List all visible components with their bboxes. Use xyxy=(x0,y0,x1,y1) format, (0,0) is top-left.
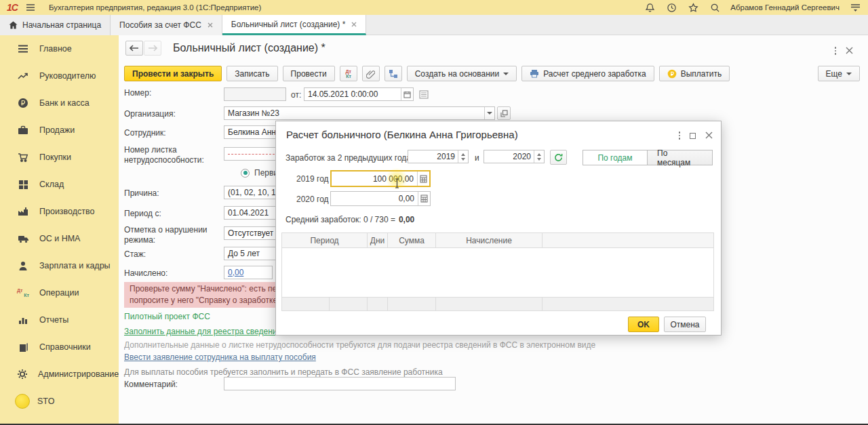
structure-button[interactable] xyxy=(384,66,402,81)
person-icon xyxy=(17,260,29,272)
form-more-icon[interactable] xyxy=(835,47,837,55)
sidebar-item-production[interactable]: Производство xyxy=(0,198,119,225)
form-close-icon[interactable] xyxy=(846,45,853,57)
tab-sick-leave[interactable]: Больничный лист (создание) * xyxy=(222,15,367,35)
sidebar-item-bank-cash[interactable]: Банк и касса xyxy=(0,89,119,117)
tab-home[interactable]: Начальная страница xyxy=(0,15,111,35)
year-2020-label: 2020 год xyxy=(296,195,329,204)
sidebar-item-sto[interactable]: STO xyxy=(0,388,119,415)
fill-registry-link[interactable]: Заполнить данные для реестра сведений, xyxy=(124,327,284,336)
sidebar-item-manager[interactable]: Руководителю xyxy=(0,62,119,89)
year2-stepper[interactable] xyxy=(534,150,544,163)
create-based-on-button[interactable]: Создать на основании xyxy=(407,66,517,81)
tab-fss-label: Пособия за счет ФСС xyxy=(119,20,201,30)
truck-icon xyxy=(17,232,29,245)
organization-input[interactable]: Магазин №23 xyxy=(224,106,495,120)
table-body-empty[interactable] xyxy=(282,248,713,297)
col-sum[interactable]: Сумма xyxy=(388,233,436,247)
calculator-icon[interactable] xyxy=(418,192,430,205)
sto-icon xyxy=(15,394,30,409)
date-input[interactable]: 14.05.2021 0:00:00 xyxy=(304,87,414,101)
text-cursor xyxy=(394,178,400,191)
ruble-circle-icon xyxy=(17,97,29,109)
earnings-2019-input[interactable]: 100 000,00 xyxy=(330,170,431,187)
sidebar-item-directories[interactable]: Справочники xyxy=(0,333,119,361)
current-user-name[interactable]: Абрамов Геннадий Сергеевич xyxy=(730,3,840,12)
document-journal-icon[interactable] xyxy=(419,89,429,102)
user-menu-icon[interactable] xyxy=(849,1,861,14)
by-years-toggle[interactable]: По годам xyxy=(583,150,648,165)
pilot-project-text: Пилотный проект ФСС xyxy=(124,312,210,321)
sidebar-item-label: Администрирование xyxy=(38,369,119,379)
ok-button[interactable]: OK xyxy=(628,317,659,332)
year2-input[interactable]: 2020 xyxy=(484,150,545,163)
sidebar-item-main[interactable]: Главное xyxy=(0,35,119,62)
sidebar-item-payroll-hr[interactable]: Зарплата и кадры xyxy=(0,252,119,279)
trend-chart-icon xyxy=(17,70,29,82)
gear-icon xyxy=(17,368,28,380)
tab-close-icon[interactable] xyxy=(351,20,357,29)
sidebar-item-fixed-assets[interactable]: ОС и НМА xyxy=(0,225,119,252)
accrued-value-link[interactable]: 0,00 xyxy=(224,266,273,279)
main-menu-icon[interactable] xyxy=(24,1,37,14)
avg-earnings-calc-button[interactable]: Расчет среднего заработка xyxy=(521,66,654,81)
history-icon[interactable] xyxy=(665,1,677,14)
refresh-button[interactable] xyxy=(550,150,567,165)
debit-credit-button[interactable]: ДтКт xyxy=(340,66,357,81)
attachments-button[interactable] xyxy=(362,66,380,81)
dialog-close-icon[interactable] xyxy=(705,129,713,142)
briefcase-icon xyxy=(17,124,29,136)
comment-input[interactable] xyxy=(224,377,456,390)
col-accrual[interactable]: Начисление xyxy=(436,233,542,247)
search-icon[interactable] xyxy=(709,1,721,14)
year1-input[interactable]: 2019 xyxy=(408,150,469,163)
open-link-icon[interactable] xyxy=(497,106,511,120)
number-input[interactable] xyxy=(224,87,286,101)
earnings-2020-input[interactable]: 0,00 xyxy=(330,191,431,206)
year1-stepper[interactable] xyxy=(458,150,468,163)
sidebar-item-administration[interactable]: Администрирование xyxy=(0,361,119,388)
sidebar-item-operations[interactable]: Дт Кт Операции xyxy=(0,279,119,306)
col-extra xyxy=(542,233,713,247)
sidebar-item-label: Операции xyxy=(39,288,79,298)
primary-radio[interactable] xyxy=(241,169,250,178)
sidebar-item-label: Производство xyxy=(39,207,95,216)
coin-icon xyxy=(667,69,677,79)
post-and-close-button[interactable]: Провести и закрыть xyxy=(124,66,222,81)
table-footer-row xyxy=(282,297,713,310)
sidebar-item-purchases[interactable]: Покупки xyxy=(0,144,119,171)
enter-statement-link[interactable]: Ввести заявление сотрудника на выплату п… xyxy=(124,352,316,362)
back-button[interactable] xyxy=(125,41,143,56)
by-months-toggle[interactable]: По месяцам xyxy=(648,150,713,165)
sidebar-item-warehouse[interactable]: Склад xyxy=(0,171,119,198)
more-button[interactable]: Еще xyxy=(818,66,860,81)
pay-button[interactable]: Выплатить xyxy=(659,66,730,81)
sick-pay-calculation-dialog: Расчет больничного (Белкина Анна Григорь… xyxy=(275,121,722,336)
dialog-more-icon[interactable] xyxy=(679,131,681,140)
comment-label: Комментарий: xyxy=(124,380,178,389)
earnings-years-label: Заработок за 2 предыдущих года: xyxy=(285,153,413,163)
dialog-maximize-icon[interactable] xyxy=(690,133,696,139)
tab-close-icon[interactable] xyxy=(208,20,213,30)
sidebar-item-sales[interactable]: Продажи xyxy=(0,117,119,144)
sidebar-item-reports[interactable]: Отчеты xyxy=(0,306,119,333)
forward-button[interactable] xyxy=(144,41,161,56)
refresh-icon xyxy=(554,153,563,162)
col-period[interactable]: Период xyxy=(282,233,368,247)
sidebar-item-label: Зарплата и кадры xyxy=(39,261,111,270)
chevron-down-icon[interactable] xyxy=(484,107,494,119)
sidebar-item-label: STO xyxy=(37,397,54,406)
structure-icon xyxy=(389,69,398,79)
save-button[interactable]: Записать xyxy=(226,66,277,81)
calculator-icon[interactable] xyxy=(417,171,429,186)
cart-icon xyxy=(17,151,29,163)
notifications-bell-icon[interactable] xyxy=(644,1,656,14)
calendar-icon[interactable] xyxy=(401,88,413,100)
sidebar-item-label: Банк и касса xyxy=(39,98,90,108)
col-days[interactable]: Дни xyxy=(368,233,388,247)
cancel-button[interactable]: Отмена xyxy=(664,317,706,332)
favorites-star-icon[interactable] xyxy=(687,1,699,14)
tab-fss-benefits[interactable]: Пособия за счет ФСС xyxy=(111,15,222,35)
average-earnings-label: Средний заработок: 0 / 730 = xyxy=(285,215,395,224)
post-button[interactable]: Провести xyxy=(283,66,335,81)
